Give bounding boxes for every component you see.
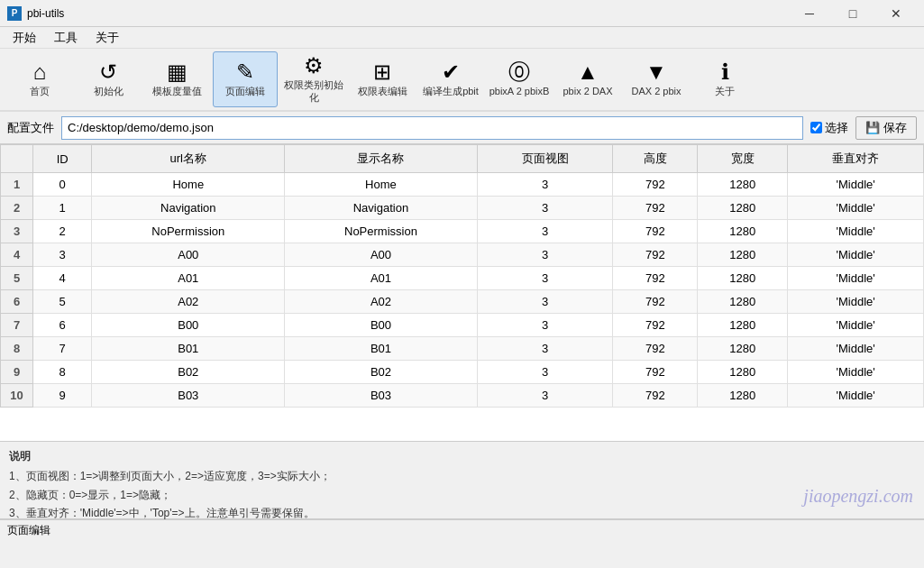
table-row[interactable]: 10 9 B03 B03 3 792 1280 'Middle' (1, 384, 924, 408)
toolbar-template[interactable]: ▦ 模板度量值 (144, 51, 209, 107)
toolbar-about[interactable]: ℹ 关于 (692, 51, 757, 107)
cell-width: 1280 (698, 197, 788, 220)
template-icon: ▦ (167, 61, 188, 83)
cell-id: 2 (33, 220, 92, 243)
cell-view: 3 (477, 337, 613, 361)
table-row[interactable]: 9 8 B02 B02 3 792 1280 'Middle' (1, 361, 924, 384)
pbix2dax-icon: ▲ (577, 61, 599, 83)
cell-id: 3 (33, 243, 92, 267)
description-line-1: 1、页面视图：1=>调整到页面大小，2=>适应宽度，3=>实际大小； (9, 467, 915, 485)
about-label: 关于 (715, 86, 735, 97)
compile-label: 编译生成pbit (423, 86, 479, 97)
cell-display: Navigation (285, 197, 478, 220)
maximize-button[interactable]: □ (832, 0, 874, 27)
cell-align: 'Middle' (788, 337, 924, 361)
header-height: 高度 (613, 145, 698, 173)
menu-start[interactable]: 开始 (4, 27, 45, 48)
toolbar-perm-init[interactable]: ⚙ 权限类别初始化 (281, 51, 346, 107)
cell-url: A00 (92, 243, 285, 267)
cell-height: 792 (613, 243, 698, 267)
pbixa2pbixb-icon: ⓪ (508, 61, 530, 83)
cell-height: 792 (613, 384, 698, 408)
cell-height: 792 (613, 290, 698, 314)
dax2pbix-icon: ▼ (645, 61, 667, 83)
cell-view: 3 (477, 173, 613, 197)
row-num: 2 (1, 197, 33, 220)
cell-id: 7 (33, 337, 92, 361)
cell-width: 1280 (698, 290, 788, 314)
cell-url: A02 (92, 290, 285, 314)
minimize-button[interactable]: ─ (789, 0, 830, 27)
cell-display: Home (285, 173, 478, 197)
cell-id: 0 (33, 173, 92, 197)
perm-init-icon: ⚙ (304, 55, 324, 77)
cell-height: 792 (613, 197, 698, 220)
toolbar-page-edit[interactable]: ✎ 页面编辑 (213, 51, 278, 107)
cell-width: 1280 (698, 337, 788, 361)
header-url: url名称 (92, 145, 285, 173)
toolbar-compile[interactable]: ✔ 编译生成pbit (418, 51, 483, 107)
menu-about[interactable]: 关于 (87, 27, 128, 48)
header-view: 页面视图 (477, 145, 613, 173)
menu-tools[interactable]: 工具 (45, 27, 87, 48)
perm-table-label: 权限表编辑 (358, 86, 407, 97)
toolbar-dax2pbix[interactable]: ▼ DAX 2 pbix (624, 51, 689, 107)
home-icon: ⌂ (33, 61, 47, 83)
save-button[interactable]: 💾 保存 (855, 116, 917, 140)
toolbar: ⌂ 首页 ↺ 初始化 ▦ 模板度量值 ✎ 页面编辑 ⚙ 权限类别初始化 ⊞ 权限… (0, 49, 924, 112)
cell-width: 1280 (698, 173, 788, 197)
description-line-2: 2、隐藏页：0=>显示，1=>隐藏； (9, 486, 915, 504)
toolbar-pbix2dax[interactable]: ▲ pbix 2 DAX (555, 51, 620, 107)
cell-url: B01 (92, 337, 285, 361)
template-label: 模板度量值 (152, 86, 202, 97)
cell-id: 6 (33, 314, 92, 337)
config-row: 配置文件 选择 💾 保存 (0, 112, 924, 144)
table-row[interactable]: 4 3 A00 A00 3 792 1280 'Middle' (1, 243, 924, 267)
cell-view: 3 (477, 384, 613, 408)
select-checkbox[interactable] (810, 122, 822, 133)
header-id: ID (33, 145, 92, 173)
cell-display: A02 (285, 290, 478, 314)
table-row[interactable]: 6 5 A02 A02 3 792 1280 'Middle' (1, 290, 924, 314)
table-row[interactable]: 2 1 Navigation Navigation 3 792 1280 'Mi… (1, 197, 924, 220)
pbix2dax-label: pbix 2 DAX (563, 86, 612, 97)
description-line-3: 3、垂直对齐：'Middle'=>中，'Top'=>上。注意单引号需要保留。 (9, 504, 915, 522)
statusbar-label: 页面编辑 (7, 523, 50, 538)
cell-view: 3 (477, 267, 613, 290)
cell-align: 'Middle' (788, 314, 924, 337)
cell-width: 1280 (698, 384, 788, 408)
toolbar-pbixa2pbixb[interactable]: ⓪ pbixA 2 pbixB (487, 51, 552, 107)
cell-display: B03 (285, 384, 478, 408)
description-title: 说明 (9, 447, 915, 465)
table-header-row: ID url名称 显示名称 页面视图 高度 宽度 垂直对齐 (1, 145, 924, 173)
cell-url: A01 (92, 267, 285, 290)
table-row[interactable]: 3 2 NoPermission NoPermission 3 792 1280… (1, 220, 924, 243)
close-button[interactable]: ✕ (875, 0, 917, 27)
toolbar-perm-table[interactable]: ⊞ 权限表编辑 (350, 51, 415, 107)
row-num: 3 (1, 220, 33, 243)
home-label: 首页 (30, 86, 50, 97)
about-icon: ℹ (721, 61, 729, 83)
row-num: 7 (1, 314, 33, 337)
titlebar: P pbi-utils ─ □ ✕ (0, 0, 924, 27)
row-num: 8 (1, 337, 33, 361)
cell-align: 'Middle' (788, 220, 924, 243)
cell-view: 3 (477, 197, 613, 220)
cell-align: 'Middle' (788, 267, 924, 290)
cell-id: 5 (33, 290, 92, 314)
save-label: 保存 (883, 120, 907, 136)
table-row[interactable]: 8 7 B01 B01 3 792 1280 'Middle' (1, 337, 924, 361)
row-num: 5 (1, 267, 33, 290)
cell-url: B02 (92, 361, 285, 384)
table-row[interactable]: 1 0 Home Home 3 792 1280 'Middle' (1, 173, 924, 197)
table-row[interactable]: 7 6 B00 B00 3 792 1280 'Middle' (1, 314, 924, 337)
toolbar-init[interactable]: ↺ 初始化 (76, 51, 141, 107)
config-input[interactable] (61, 116, 803, 140)
table-row[interactable]: 5 4 A01 A01 3 792 1280 'Middle' (1, 267, 924, 290)
cell-align: 'Middle' (788, 173, 924, 197)
toolbar-home[interactable]: ⌂ 首页 (7, 51, 72, 107)
perm-init-label: 权限类别初始化 (283, 79, 344, 103)
select-checkbox-label[interactable]: 选择 (810, 120, 848, 136)
cell-height: 792 (613, 337, 698, 361)
cell-display: B02 (285, 361, 478, 384)
